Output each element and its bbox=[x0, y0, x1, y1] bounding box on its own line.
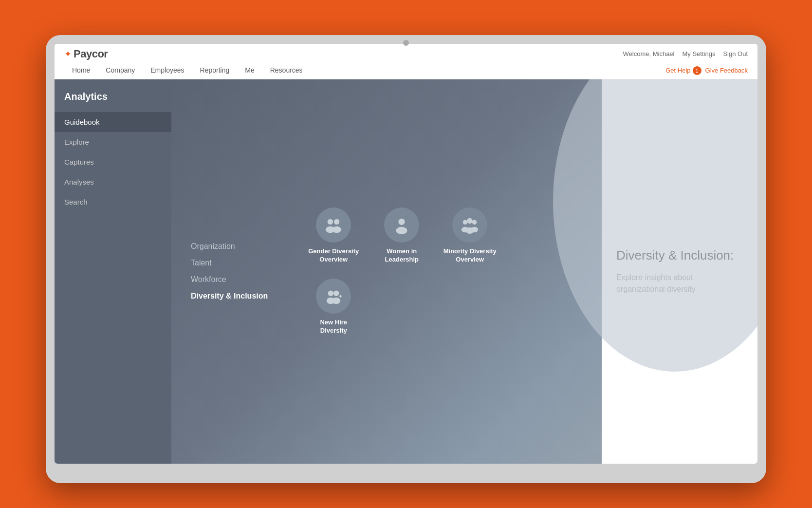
card-label-women-leadership: Women in Leadership bbox=[375, 247, 428, 264]
sign-out-link[interactable]: Sign Out bbox=[723, 50, 748, 57]
svg-point-15 bbox=[332, 298, 340, 304]
nav-home[interactable]: Home bbox=[64, 62, 98, 79]
sidebar-item-captures[interactable]: Captures bbox=[55, 152, 171, 172]
sidebar-item-captures-label: Captures bbox=[64, 158, 94, 166]
nav-employees[interactable]: Employees bbox=[143, 62, 192, 79]
nav-me[interactable]: Me bbox=[237, 62, 262, 79]
card-icon-women-leadership bbox=[384, 207, 419, 243]
top-nav: Home Company Employees Reporting Me Reso… bbox=[55, 62, 757, 79]
top-bar: ✦ Paycor Welcome, Michael My Settings Si… bbox=[55, 44, 757, 79]
sidebar-title: Analytics bbox=[55, 79, 171, 112]
sidebar-item-analyses[interactable]: Analyses bbox=[55, 172, 171, 192]
card-icon-new-hire bbox=[316, 279, 351, 314]
sidebar-item-analyses-label: Analyses bbox=[64, 178, 94, 186]
cards-row-1: Gender Diversity Overview bbox=[307, 207, 497, 264]
svg-point-13 bbox=[333, 291, 339, 296]
svg-point-1 bbox=[334, 219, 339, 225]
card-label-gender-diversity: Gender Diversity Overview bbox=[307, 247, 360, 264]
analytics-area: Organization Talent Workforce Diversity … bbox=[171, 79, 757, 464]
help-badge: 1 bbox=[693, 66, 701, 75]
get-help-label: Get Help bbox=[665, 67, 690, 74]
group-icon bbox=[461, 216, 479, 234]
svg-point-8 bbox=[472, 220, 477, 225]
svg-point-7 bbox=[467, 218, 473, 224]
sidebar-item-search[interactable]: Search bbox=[55, 192, 171, 212]
cards-row-2: New Hire Diversity bbox=[307, 279, 497, 335]
sidebar-item-guidebook-label: Guidebook bbox=[64, 118, 100, 126]
sidebar-item-guidebook[interactable]: Guidebook bbox=[55, 112, 171, 132]
svg-point-3 bbox=[332, 226, 341, 233]
sidebar: Analytics Guidebook Explore Captures Ana… bbox=[55, 79, 171, 464]
svg-point-4 bbox=[399, 219, 405, 225]
svg-point-5 bbox=[396, 227, 407, 234]
svg-point-0 bbox=[328, 219, 333, 225]
nav-resources[interactable]: Resources bbox=[262, 62, 311, 79]
category-list: Organization Talent Workforce Diversity … bbox=[191, 242, 268, 301]
get-help-button[interactable]: Get Help 1 bbox=[665, 66, 701, 75]
top-bar-actions: Get Help 1 Give Feedback bbox=[665, 66, 748, 75]
logo-text: Paycor bbox=[74, 48, 108, 60]
cards-section: Gender Diversity Overview bbox=[307, 207, 497, 335]
my-settings-link[interactable]: My Settings bbox=[682, 50, 715, 57]
card-minority-diversity[interactable]: Minority Diversity Overview bbox=[443, 207, 497, 264]
category-organization[interactable]: Organization bbox=[191, 242, 268, 251]
category-diversity-inclusion[interactable]: Diversity & Inclusion bbox=[191, 292, 268, 301]
svg-point-12 bbox=[328, 291, 333, 296]
sidebar-nav: Guidebook Explore Captures Analyses Sear… bbox=[55, 112, 171, 212]
top-bar-upper: ✦ Paycor Welcome, Michael My Settings Si… bbox=[55, 44, 757, 62]
laptop-camera bbox=[403, 40, 409, 46]
svg-point-11 bbox=[471, 227, 478, 232]
new-hire-icon bbox=[324, 287, 343, 305]
screen: ✦ Paycor Welcome, Michael My Settings Si… bbox=[55, 44, 757, 464]
card-new-hire-diversity[interactable]: New Hire Diversity bbox=[307, 279, 360, 335]
logo-bird-icon: ✦ bbox=[64, 49, 72, 59]
give-feedback-button[interactable]: Give Feedback bbox=[705, 67, 748, 74]
card-icon-gender-diversity bbox=[316, 207, 351, 243]
main-content: Analytics Guidebook Explore Captures Ana… bbox=[55, 79, 757, 464]
nav-reporting[interactable]: Reporting bbox=[192, 62, 238, 79]
category-workforce[interactable]: Workforce bbox=[191, 275, 268, 284]
category-talent[interactable]: Talent bbox=[191, 259, 268, 267]
svg-point-6 bbox=[463, 220, 468, 225]
card-icon-minority-diversity bbox=[452, 207, 487, 243]
top-bar-right: Welcome, Michael My Settings Sign Out bbox=[623, 50, 748, 57]
card-label-new-hire: New Hire Diversity bbox=[307, 319, 360, 335]
card-gender-diversity[interactable]: Gender Diversity Overview bbox=[307, 207, 360, 264]
people-icon bbox=[324, 216, 343, 234]
paycor-logo: ✦ Paycor bbox=[64, 48, 108, 60]
card-label-minority-diversity: Minority Diversity Overview bbox=[443, 247, 497, 264]
sidebar-item-explore[interactable]: Explore bbox=[55, 132, 171, 152]
sidebar-item-search-label: Search bbox=[64, 198, 88, 206]
card-women-leadership[interactable]: Women in Leadership bbox=[375, 207, 428, 264]
laptop-frame: ✦ Paycor Welcome, Michael My Settings Si… bbox=[46, 35, 766, 483]
sidebar-item-explore-label: Explore bbox=[64, 138, 89, 146]
analytics-inner: Organization Talent Workforce Diversity … bbox=[171, 79, 602, 464]
guidebook-content: Organization Talent Workforce Diversity … bbox=[171, 79, 602, 464]
nav-company[interactable]: Company bbox=[98, 62, 143, 79]
person-icon bbox=[392, 216, 411, 234]
welcome-text: Welcome, Michael bbox=[623, 50, 675, 57]
